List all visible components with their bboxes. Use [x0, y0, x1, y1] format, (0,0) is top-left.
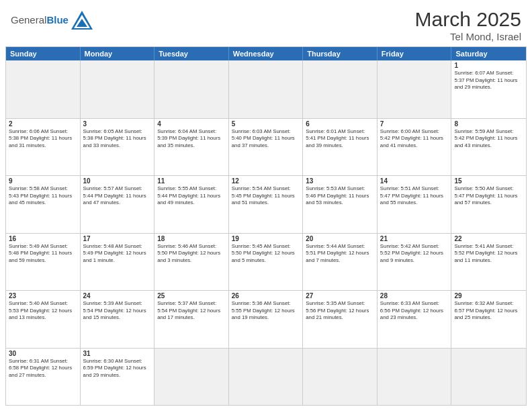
day-info: Sunrise: 5:57 AM Sunset: 5:44 PM Dayligh… — [83, 185, 152, 207]
calendar-cell — [229, 349, 304, 406]
day-info: Sunrise: 5:44 AM Sunset: 5:51 PM Dayligh… — [306, 243, 374, 265]
day-info: Sunrise: 6:32 AM Sunset: 6:57 PM Dayligh… — [454, 300, 523, 322]
calendar-row-1: 2Sunrise: 6:06 AM Sunset: 5:38 PM Daylig… — [6, 118, 526, 176]
calendar-cell: 4Sunrise: 6:04 AM Sunset: 5:39 PM Daylig… — [154, 119, 229, 176]
calendar-cell: 6Sunrise: 6:01 AM Sunset: 5:41 PM Daylig… — [303, 119, 378, 176]
day-number: 8 — [454, 120, 523, 128]
calendar-cell: 26Sunrise: 5:36 AM Sunset: 5:55 PM Dayli… — [229, 291, 304, 348]
calendar-cell: 11Sunrise: 5:55 AM Sunset: 5:44 PM Dayli… — [154, 176, 229, 233]
day-number: 7 — [380, 120, 449, 128]
day-info: Sunrise: 5:51 AM Sunset: 5:47 PM Dayligh… — [380, 185, 449, 207]
day-number: 18 — [157, 235, 226, 242]
calendar-row-3: 16Sunrise: 5:49 AM Sunset: 5:48 PM Dayli… — [6, 233, 526, 291]
day-number: 17 — [83, 235, 152, 242]
calendar-cell: 15Sunrise: 5:50 AM Sunset: 5:47 PM Dayli… — [451, 176, 526, 233]
header: GeneralBlue March 2025 Tel Mond, Israel — [0, 0, 532, 46]
day-info: Sunrise: 6:05 AM Sunset: 5:38 PM Dayligh… — [83, 128, 152, 150]
day-info: Sunrise: 5:49 AM Sunset: 5:48 PM Dayligh… — [9, 243, 77, 265]
calendar-cell: 29Sunrise: 6:32 AM Sunset: 6:57 PM Dayli… — [451, 291, 526, 348]
day-info: Sunrise: 6:30 AM Sunset: 6:59 PM Dayligh… — [83, 358, 152, 379]
day-info: Sunrise: 5:46 AM Sunset: 5:50 PM Dayligh… — [157, 243, 226, 265]
day-info: Sunrise: 5:48 AM Sunset: 5:49 PM Dayligh… — [83, 243, 152, 265]
calendar-cell: 25Sunrise: 5:37 AM Sunset: 5:54 PM Dayli… — [154, 291, 229, 348]
calendar-cell: 18Sunrise: 5:46 AM Sunset: 5:50 PM Dayli… — [154, 234, 229, 291]
day-info: Sunrise: 6:01 AM Sunset: 5:41 PM Dayligh… — [306, 128, 374, 150]
day-number: 6 — [306, 120, 374, 128]
calendar-cell: 13Sunrise: 5:53 AM Sunset: 5:46 PM Dayli… — [303, 176, 378, 233]
calendar-cell — [378, 60, 452, 118]
day-info: Sunrise: 6:06 AM Sunset: 5:38 PM Dayligh… — [9, 128, 77, 150]
day-number: 25 — [157, 292, 226, 300]
calendar-cell: 21Sunrise: 5:42 AM Sunset: 5:52 PM Dayli… — [378, 234, 452, 291]
day-info: Sunrise: 5:37 AM Sunset: 5:54 PM Dayligh… — [157, 300, 226, 322]
calendar-row-2: 9Sunrise: 5:58 AM Sunset: 5:43 PM Daylig… — [6, 175, 526, 233]
calendar-body: 1Sunrise: 6:07 AM Sunset: 5:37 PM Daylig… — [6, 60, 526, 405]
day-number: 21 — [380, 235, 449, 242]
day-number: 2 — [9, 120, 77, 128]
calendar-cell: 1Sunrise: 6:07 AM Sunset: 5:37 PM Daylig… — [451, 60, 526, 118]
day-info: Sunrise: 5:55 AM Sunset: 5:44 PM Dayligh… — [157, 185, 226, 207]
day-number: 28 — [380, 292, 449, 300]
calendar-cell: 27Sunrise: 5:35 AM Sunset: 5:56 PM Dayli… — [303, 291, 378, 348]
calendar-cell: 17Sunrise: 5:48 AM Sunset: 5:49 PM Dayli… — [81, 234, 155, 291]
day-info: Sunrise: 5:42 AM Sunset: 5:52 PM Dayligh… — [380, 243, 449, 265]
day-info: Sunrise: 5:45 AM Sunset: 5:50 PM Dayligh… — [232, 243, 300, 265]
page-subtitle: Tel Mond, Israel — [415, 31, 521, 42]
day-info: Sunrise: 5:59 AM Sunset: 5:42 PM Dayligh… — [454, 128, 523, 150]
calendar-cell — [154, 349, 229, 406]
day-number: 16 — [9, 235, 77, 242]
weekday-header-tuesday: Tuesday — [154, 47, 229, 60]
calendar-cell: 30Sunrise: 6:31 AM Sunset: 6:58 PM Dayli… — [6, 349, 81, 406]
calendar-cell: 10Sunrise: 5:57 AM Sunset: 5:44 PM Dayli… — [81, 176, 155, 233]
calendar-cell: 31Sunrise: 6:30 AM Sunset: 6:59 PM Dayli… — [81, 349, 155, 406]
day-number: 1 — [454, 62, 523, 69]
calendar-cell: 5Sunrise: 6:03 AM Sunset: 5:40 PM Daylig… — [229, 119, 304, 176]
day-info: Sunrise: 5:58 AM Sunset: 5:43 PM Dayligh… — [9, 185, 77, 207]
calendar-cell: 16Sunrise: 5:49 AM Sunset: 5:48 PM Dayli… — [6, 234, 81, 291]
day-number: 5 — [232, 120, 300, 128]
calendar-cell — [451, 349, 526, 406]
day-info: Sunrise: 5:54 AM Sunset: 5:45 PM Dayligh… — [232, 185, 300, 207]
day-info: Sunrise: 5:36 AM Sunset: 5:55 PM Dayligh… — [232, 300, 300, 322]
day-info: Sunrise: 5:50 AM Sunset: 5:47 PM Dayligh… — [454, 185, 523, 207]
weekday-header-wednesday: Wednesday — [229, 47, 304, 60]
weekday-header-thursday: Thursday — [303, 47, 378, 60]
calendar-cell — [154, 60, 229, 118]
day-number: 27 — [306, 292, 374, 300]
calendar-cell — [229, 60, 304, 118]
logo-general: GeneralBlue — [11, 15, 69, 26]
day-info: Sunrise: 5:40 AM Sunset: 5:53 PM Dayligh… — [9, 300, 77, 322]
day-info: Sunrise: 5:35 AM Sunset: 5:56 PM Dayligh… — [306, 300, 374, 322]
weekday-header-friday: Friday — [378, 47, 452, 60]
day-number: 15 — [454, 177, 523, 185]
calendar-cell: 8Sunrise: 5:59 AM Sunset: 5:42 PM Daylig… — [451, 119, 526, 176]
day-info: Sunrise: 6:03 AM Sunset: 5:40 PM Dayligh… — [232, 128, 300, 150]
page: GeneralBlue March 2025 Tel Mond, Israel … — [0, 0, 532, 411]
day-number: 9 — [9, 177, 77, 185]
day-number: 24 — [83, 292, 152, 300]
calendar-cell — [303, 349, 378, 406]
calendar-cell: 20Sunrise: 5:44 AM Sunset: 5:51 PM Dayli… — [303, 234, 378, 291]
calendar-row-0: 1Sunrise: 6:07 AM Sunset: 5:37 PM Daylig… — [6, 60, 526, 118]
calendar-cell: 14Sunrise: 5:51 AM Sunset: 5:47 PM Dayli… — [378, 176, 452, 233]
day-number: 13 — [306, 177, 374, 185]
title-block: March 2025 Tel Mond, Israel — [415, 8, 521, 42]
day-number: 29 — [454, 292, 523, 300]
day-number: 30 — [9, 350, 77, 357]
weekday-header-monday: Monday — [81, 47, 155, 60]
calendar-cell: 12Sunrise: 5:54 AM Sunset: 5:45 PM Dayli… — [229, 176, 304, 233]
calendar-cell — [6, 60, 81, 118]
day-number: 23 — [9, 292, 77, 300]
day-info: Sunrise: 6:00 AM Sunset: 5:42 PM Dayligh… — [380, 128, 449, 150]
logo-text: GeneralBlue — [11, 15, 69, 26]
calendar-cell: 7Sunrise: 6:00 AM Sunset: 5:42 PM Daylig… — [378, 119, 452, 176]
day-number: 26 — [232, 292, 300, 300]
day-info: Sunrise: 6:07 AM Sunset: 5:37 PM Dayligh… — [454, 70, 523, 91]
day-number: 20 — [306, 235, 374, 242]
day-number: 11 — [157, 177, 226, 185]
calendar: SundayMondayTuesdayWednesdayThursdayFrid… — [5, 46, 527, 406]
weekday-header-sunday: Sunday — [6, 47, 81, 60]
calendar-cell — [81, 60, 155, 118]
day-number: 4 — [157, 120, 226, 128]
calendar-row-4: 23Sunrise: 5:40 AM Sunset: 5:53 PM Dayli… — [6, 290, 526, 348]
